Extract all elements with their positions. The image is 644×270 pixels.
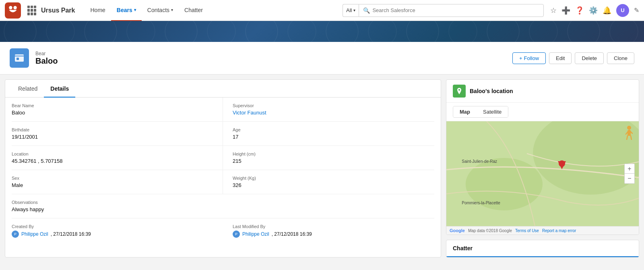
nav-contacts[interactable]: Contacts ▾ bbox=[142, 0, 179, 21]
supervisor-link[interactable]: Victor Faunust bbox=[233, 110, 266, 116]
plus-icon: + bbox=[519, 55, 522, 61]
record-icon bbox=[10, 48, 29, 68]
map-roads bbox=[446, 121, 639, 226]
field-sex: Sex Male ✎ bbox=[12, 170, 223, 194]
modified-by-label: Last Modified By bbox=[233, 224, 425, 229]
map-data-text: Map data ©2018 Google bbox=[468, 228, 512, 233]
record-object-type: Bear bbox=[35, 51, 58, 56]
svg-rect-2 bbox=[15, 54, 24, 62]
map-tab-satellite[interactable]: Satellite bbox=[477, 106, 508, 117]
age-label: Age bbox=[233, 127, 425, 132]
edit-button[interactable]: Edit bbox=[549, 52, 572, 64]
main-content: Related Details Bear Name Baloo ✎ Superv… bbox=[0, 75, 644, 262]
supervisor-label: Supervisor bbox=[233, 103, 425, 108]
modified-by-date: , 27/12/2018 16:39 bbox=[272, 231, 312, 237]
field-bear-name: Bear Name Baloo ✎ bbox=[12, 98, 223, 122]
tab-related[interactable]: Related bbox=[12, 80, 44, 98]
sex-label: Sex bbox=[12, 176, 213, 181]
user-avatar[interactable]: U bbox=[616, 4, 629, 17]
svg-line-11 bbox=[627, 136, 627, 140]
weight-value: 326 bbox=[233, 182, 425, 188]
street-view-icon[interactable] bbox=[623, 125, 635, 140]
app-logo[interactable] bbox=[5, 2, 21, 19]
search-scope-selector[interactable]: All ▾ bbox=[343, 4, 359, 17]
field-location: Location 45.342761 , 5.707158 ✎ bbox=[12, 146, 223, 170]
zoom-out-button[interactable]: − bbox=[625, 174, 634, 183]
created-by-date: , 27/12/2018 16:39 bbox=[51, 231, 91, 237]
page-banner bbox=[0, 21, 644, 42]
chatter-title: Chatter bbox=[453, 245, 473, 251]
map-location-icon bbox=[453, 85, 466, 98]
observations-value: Always happy bbox=[12, 206, 434, 212]
google-logo: Google bbox=[450, 228, 465, 233]
height-value: 215 bbox=[233, 158, 425, 164]
created-by-value: P Philippe Ozil , 27/12/2018 16:39 bbox=[12, 231, 213, 238]
weight-label: Weight (Kg) bbox=[233, 176, 425, 181]
clone-button[interactable]: Clone bbox=[607, 52, 634, 64]
left-panel: Related Details Bear Name Baloo ✎ Superv… bbox=[5, 79, 441, 258]
map-panel: Baloo's location Map Satellite bbox=[446, 79, 639, 235]
record-actions: + Follow Edit Delete Clone bbox=[512, 52, 634, 64]
record-header: Bear Baloo + Follow Edit Delete Clone bbox=[0, 42, 644, 75]
nav-chatter[interactable]: Chatter bbox=[179, 0, 208, 21]
created-by-label: Created By bbox=[12, 224, 213, 229]
tab-details[interactable]: Details bbox=[44, 80, 75, 98]
observations-label: Observations bbox=[12, 200, 434, 205]
birthdate-label: Birthdate bbox=[12, 127, 213, 132]
delete-button[interactable]: Delete bbox=[575, 52, 604, 64]
top-icons: ☆ ➕ ❓ ⚙️ 🔔 U ✎ bbox=[550, 4, 639, 17]
details-grid: Bear Name Baloo ✎ Supervisor Victor Faun… bbox=[5, 98, 441, 218]
search-input[interactable] bbox=[372, 7, 539, 13]
nav-bears[interactable]: Bears ▾ bbox=[111, 0, 142, 21]
report-link[interactable]: Report a map error bbox=[542, 228, 576, 233]
favorites-icon[interactable]: ☆ bbox=[550, 6, 557, 15]
field-observations: Observations Always happy ✎ bbox=[12, 194, 434, 218]
modified-by-link[interactable]: Philippe Ozil bbox=[242, 231, 269, 237]
field-height: Height (cm) 215 ✎ bbox=[223, 146, 434, 170]
map-title: Baloo's location bbox=[470, 88, 513, 94]
scope-dropdown-icon: ▾ bbox=[353, 8, 355, 12]
notifications-icon[interactable]: 🔔 bbox=[603, 6, 611, 15]
svg-point-0 bbox=[9, 6, 12, 9]
bear-name-value: Baloo bbox=[12, 110, 213, 116]
record-title: Bear Baloo bbox=[35, 51, 58, 66]
location-label: Location bbox=[12, 152, 213, 156]
map-tab-bar: Map Satellite bbox=[446, 103, 639, 121]
main-nav: Home Bears ▾ Contacts ▾ Chatter bbox=[85, 0, 343, 21]
follow-button[interactable]: + Follow bbox=[512, 52, 546, 64]
field-birthdate: Birthdate 19/11/2001 ✎ bbox=[12, 122, 223, 146]
height-label: Height (cm) bbox=[233, 152, 425, 156]
record-name: Baloo bbox=[35, 56, 58, 66]
edit-nav-icon[interactable]: ✎ bbox=[634, 6, 639, 14]
supervisor-value: Victor Faunust bbox=[233, 110, 425, 116]
svg-rect-3 bbox=[17, 58, 19, 60]
modified-by-icon: P bbox=[233, 231, 240, 238]
org-name: Ursus Park bbox=[41, 7, 75, 14]
top-navigation: Ursus Park Home Bears ▾ Contacts ▾ Chatt… bbox=[0, 0, 644, 21]
add-icon[interactable]: ➕ bbox=[561, 6, 570, 15]
field-created-by: Created By P Philippe Ozil , 27/12/2018 … bbox=[12, 218, 223, 243]
map-label-2: Pommiers-la-Placette bbox=[462, 201, 500, 205]
created-by-icon: P bbox=[12, 231, 19, 238]
map-container[interactable]: Saint-Julien-de-Raz Pommiers-la-Placette bbox=[446, 121, 639, 226]
search-input-area: 🔍 bbox=[359, 4, 544, 17]
app-launcher-icon[interactable] bbox=[27, 6, 37, 15]
svg-line-12 bbox=[631, 136, 632, 140]
map-tabs: Map Satellite bbox=[453, 106, 508, 118]
svg-point-1 bbox=[13, 6, 17, 9]
terms-link[interactable]: Terms of Use bbox=[515, 228, 539, 233]
footer-row: Created By P Philippe Ozil , 27/12/2018 … bbox=[5, 218, 441, 243]
zoom-in-button[interactable]: + bbox=[625, 164, 634, 174]
map-pin bbox=[558, 161, 566, 169]
map-footer: Google Map data ©2018 Google Terms of Us… bbox=[446, 226, 639, 235]
help-icon[interactable]: ❓ bbox=[575, 6, 584, 15]
map-tab-map[interactable]: Map bbox=[453, 106, 477, 117]
map-header: Baloo's location bbox=[446, 80, 639, 103]
created-by-link[interactable]: Philippe Ozil bbox=[21, 231, 48, 237]
map-label-1: Saint-Julien-de-Raz bbox=[462, 159, 497, 164]
birthdate-value: 19/11/2001 bbox=[12, 134, 213, 140]
nav-home[interactable]: Home bbox=[85, 0, 111, 21]
setup-icon[interactable]: ⚙️ bbox=[589, 6, 598, 15]
right-panel: Baloo's location Map Satellite bbox=[446, 79, 639, 258]
field-modified-by: Last Modified By P Philippe Ozil , 27/12… bbox=[223, 218, 434, 243]
